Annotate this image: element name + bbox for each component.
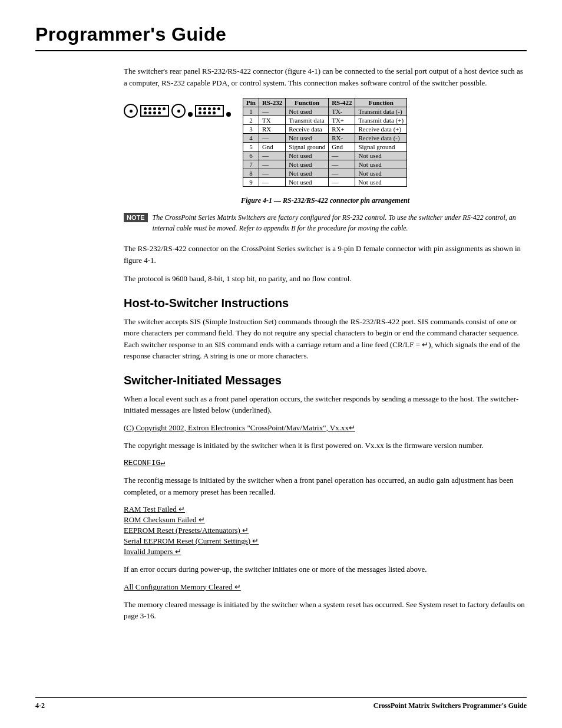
error-desc: If an error occurs during power-up, the … xyxy=(124,564,527,575)
col-func422: Function xyxy=(355,98,407,107)
copyright-msg: (C) Copyright 2002, Extron Electronics "… xyxy=(124,423,355,432)
col-pin: Pin xyxy=(243,98,259,107)
reconfig-msg: RECONFIG↵ xyxy=(124,459,165,467)
reconfig-desc: The reconfig message is initiated by the… xyxy=(124,475,527,498)
config-cleared-msg-block: All Configuration Memory Cleared ↵ xyxy=(124,582,527,592)
reconfig-msg-line: RECONFIG↵ xyxy=(124,458,527,467)
table-row: 9—Not used—Not used xyxy=(243,178,407,187)
error-msg: ROM Checksum Failed ↵ xyxy=(124,515,205,524)
table-row: 3RXReceive dataRX+Receive data (+) xyxy=(243,125,407,134)
table-row: 7—Not used—Not used xyxy=(243,160,407,169)
pin-table-body: 1—Not usedTX-Transmit data (-)2TXTransmi… xyxy=(243,107,407,187)
page-title: Programmer's Guide xyxy=(35,24,527,45)
host-body: The switcher accepts SIS (Simple Instruc… xyxy=(124,316,527,362)
copyright-desc: The copyright message is initiated by th… xyxy=(124,440,527,452)
error-msg: Serial EEPROM Reset (Current Settings) ↵ xyxy=(124,536,259,545)
config-cleared-msg: All Configuration Memory Cleared ↵ xyxy=(124,582,241,591)
center-dot xyxy=(130,110,133,113)
error-msgs-block: RAM Test Failed ↵ROM Checksum Failed ↵EE… xyxy=(124,505,527,556)
error-msg: Invalid Jumpers ↵ xyxy=(124,547,181,556)
table-row: 6—Not used—Not used xyxy=(243,151,407,160)
dots-row-1 xyxy=(144,107,166,110)
footer-page-num: 4-2 xyxy=(35,701,45,710)
table-row: 1—Not usedTX-Transmit data (-) xyxy=(243,107,407,116)
section-heading-switcher: Switcher-Initiated Messages xyxy=(35,374,527,387)
connector-rect-left xyxy=(140,105,169,117)
connector-diagram xyxy=(124,104,231,118)
error-msg-line: Invalid Jumpers ↵ xyxy=(124,547,527,556)
pin-table: Pin RS-232 Function RS-422 Function 1—No… xyxy=(243,98,407,187)
page: Programmer's Guide The switcher's rear p… xyxy=(0,0,562,664)
figure-area: Pin RS-232 Function RS-422 Function 1—No… xyxy=(124,98,527,187)
bullet-end xyxy=(226,112,231,117)
table-row: 8—Not used—Not used xyxy=(243,169,407,178)
pin-table-header: Pin RS-232 Function RS-422 Function xyxy=(243,98,407,107)
error-msg-line: EEPROM Reset (Presets/Attenuators) ↵ xyxy=(124,526,527,535)
error-msg-line: Serial EEPROM Reset (Current Settings) ↵ xyxy=(124,536,527,546)
error-msg-line: ROM Checksum Failed ↵ xyxy=(124,515,527,525)
main-content: The switcher's rear panel RS-232/RS-422 … xyxy=(124,65,527,622)
connector-rect-right xyxy=(195,105,224,117)
connector-desc: The RS-232/RS-422 connector on the Cross… xyxy=(124,243,527,266)
table-row: 5GndSignal groundGndSignal ground xyxy=(243,143,407,151)
center-dot-2 xyxy=(177,110,180,113)
connector-circle-mid xyxy=(171,104,186,118)
note-label: NOTE xyxy=(124,213,148,222)
dots-row-4 xyxy=(199,111,220,114)
error-msg: EEPROM Reset (Presets/Attenuators) ↵ xyxy=(124,526,249,535)
col-func: Function xyxy=(286,98,329,107)
figure-caption: Figure 4-1 — RS-232/RS-422 connector pin… xyxy=(124,196,527,205)
protocol-text: The protocol is 9600 baud, 8-bit, 1 stop… xyxy=(124,273,527,285)
dots-row-2 xyxy=(144,111,166,114)
config-cleared-msg-line: All Configuration Memory Cleared ↵ xyxy=(124,582,527,592)
note-box: NOTE The CrossPoint Series Matrix Switch… xyxy=(124,212,527,233)
col-rs422: RS-422 xyxy=(329,98,355,107)
footer-title: CrossPoint Matrix Switchers Programmer's… xyxy=(373,701,527,710)
page-footer: 4-2 CrossPoint Matrix Switchers Programm… xyxy=(35,697,527,710)
bullet-separator xyxy=(188,112,193,117)
intro-paragraph: The switcher's rear panel RS-232/RS-422 … xyxy=(124,65,527,88)
config-cleared-desc: The memory cleared message is initiated … xyxy=(124,599,527,622)
note-text: The CrossPoint Series Matrix Switchers a… xyxy=(153,212,527,233)
connector-circle-left xyxy=(124,104,138,118)
section-heading-host: Host-to-Switcher Instructions xyxy=(35,297,527,310)
copyright-msg-block: (C) Copyright 2002, Extron Electronics "… xyxy=(124,423,527,433)
reconfig-msg-block: RECONFIG↵ xyxy=(124,458,527,467)
error-msg: RAM Test Failed ↵ xyxy=(124,505,185,513)
switcher-intro: When a local event such as a front panel… xyxy=(124,393,527,416)
table-row: 4—Not usedRX-Receive data (-) xyxy=(243,134,407,143)
copyright-msg-line: (C) Copyright 2002, Extron Electronics "… xyxy=(124,423,527,433)
dots-row-3 xyxy=(199,107,220,110)
error-msg-line: RAM Test Failed ↵ xyxy=(124,505,527,514)
col-rs232: RS-232 xyxy=(259,98,285,107)
table-row: 2TXTransmit dataTX+Transmit data (+) xyxy=(243,116,407,125)
page-header: Programmer's Guide xyxy=(35,24,527,51)
